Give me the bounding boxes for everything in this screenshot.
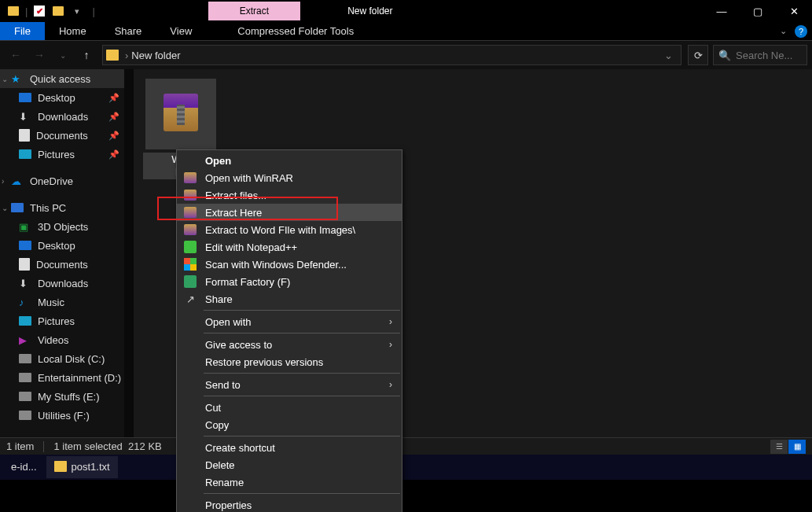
maximize-button[interactable]: ▢ — [740, 0, 776, 22]
navigation-pane[interactable]: ⌃ ⌄★Quick access Desktop📌 ⬇Downloads📌 Do… — [0, 69, 134, 437]
contextual-tab-extract[interactable]: Extract — [208, 2, 300, 20]
main-area: ⌃ ⌄★Quick access Desktop📌 ⬇Downloads📌 Do… — [0, 69, 812, 437]
address-dropdown-icon[interactable]: ⌄ — [664, 50, 673, 61]
pin-icon: 📌 — [108, 93, 119, 103]
compressed-tools-tab[interactable]: Compressed Folder Tools — [230, 22, 362, 40]
status-item-count: 1 item — [6, 440, 34, 452]
sidebar-music[interactable]: ♪Music — [0, 293, 134, 311]
details-view-button[interactable]: ☰ — [770, 440, 788, 454]
pin-icon: 📌 — [108, 131, 119, 141]
search-icon: 🔍 — [718, 50, 731, 61]
cm-share[interactable]: ↗Share — [177, 290, 402, 308]
sidebar-scrollbar[interactable] — [124, 69, 134, 437]
search-box[interactable]: 🔍 — [713, 45, 807, 65]
cm-separator — [204, 436, 400, 436]
quick-access-toolbar: | ✔ ▾ | — [0, 4, 98, 18]
minimize-button[interactable]: — — [704, 0, 740, 22]
pin-icon: 📌 — [108, 149, 119, 160]
rar-archive-icon — [164, 97, 198, 131]
file-thumbnail — [145, 79, 216, 149]
sidebar-videos[interactable]: ▶Videos — [0, 330, 134, 349]
sidebar-downloads-pc[interactable]: ⬇Downloads — [0, 274, 134, 293]
properties-icon[interactable]: ✔ — [32, 4, 46, 18]
cm-scan-defender[interactable]: Scan with Windows Defender... — [177, 256, 402, 273]
submenu-arrow-icon: › — [389, 379, 392, 390]
cm-extract-files[interactable]: Extract files... — [177, 186, 402, 204]
folder-icon — [106, 50, 119, 61]
sidebar-entertainment[interactable]: Entertainment (D:) — [0, 368, 134, 387]
forward-button[interactable]: → — [28, 44, 50, 66]
submenu-arrow-icon: › — [389, 339, 392, 350]
pin-icon: 📌 — [108, 112, 119, 122]
ribbon-expand-icon[interactable]: ⌄ — [775, 26, 792, 36]
sidebar-local-disk[interactable]: Local Disk (C:) — [0, 349, 134, 368]
cm-delete[interactable]: Delete — [177, 456, 402, 473]
cm-properties[interactable]: Properties — [177, 496, 402, 512]
qat-dropdown-icon[interactable]: ▾ — [70, 6, 84, 17]
ribbon-tabs: File Home Share View Compressed Folder T… — [0, 22, 812, 41]
thumbnails-view-button[interactable]: ▦ — [788, 440, 806, 454]
taskbar: e-id... post1.txt — [0, 455, 812, 480]
cm-edit-notepadpp[interactable]: Edit with Notepad++ — [177, 238, 402, 256]
home-tab[interactable]: Home — [45, 22, 101, 40]
folder-icon[interactable] — [6, 4, 20, 18]
refresh-button[interactable]: ⟳ — [688, 45, 708, 65]
title-bar: | ✔ ▾ | Extract New folder — ▢ ✕ — [0, 0, 812, 22]
sidebar-desktop[interactable]: Desktop📌 — [0, 88, 134, 107]
cm-extract-here[interactable]: Extract Here — [177, 204, 402, 221]
cm-rename[interactable]: Rename — [177, 473, 402, 491]
share-tab[interactable]: Share — [101, 22, 156, 40]
cm-open[interactable]: Open — [177, 152, 402, 169]
new-folder-icon[interactable] — [51, 4, 65, 18]
sidebar-downloads[interactable]: ⬇Downloads📌 — [0, 107, 134, 126]
help-icon[interactable]: ? — [795, 25, 807, 38]
cm-copy[interactable]: Copy — [177, 416, 402, 433]
taskbar-item[interactable]: post1.txt — [46, 456, 118, 478]
back-button[interactable]: ← — [5, 44, 27, 66]
sidebar-pictures-pc[interactable]: Pictures — [0, 311, 134, 330]
recent-locations-icon[interactable]: ⌄ — [52, 44, 74, 66]
cm-open-with[interactable]: Open with› — [177, 313, 402, 330]
close-button[interactable]: ✕ — [776, 0, 812, 22]
notepad-icon — [54, 461, 67, 472]
search-input[interactable] — [736, 50, 799, 61]
taskbar-item[interactable]: e-id... — [3, 456, 45, 478]
sidebar-mystuffs[interactable]: My Stuffs (E:) — [0, 387, 134, 406]
sidebar-documents[interactable]: Documents📌 — [0, 126, 134, 145]
cm-separator — [204, 396, 400, 396]
share-icon: ↗ — [183, 292, 197, 306]
status-separator — [43, 441, 44, 452]
sidebar-pictures[interactable]: Pictures📌 — [0, 145, 134, 164]
navigation-bar: ← → ⌄ ↑ › New folder ⌄ ⟳ 🔍 — [0, 41, 812, 69]
this-pc-header[interactable]: ⌄This PC — [0, 198, 134, 217]
sidebar-3d-objects[interactable]: ▣3D Objects — [0, 217, 134, 236]
context-menu: Open Open with WinRAR Extract files... E… — [176, 149, 402, 512]
cm-extract-to[interactable]: Extract to Word FIle with Images\ — [177, 221, 402, 238]
file-tab[interactable]: File — [0, 22, 45, 40]
up-button[interactable]: ↑ — [75, 44, 97, 66]
submenu-arrow-icon: › — [389, 316, 392, 327]
address-bar[interactable]: › New folder ⌄ — [102, 45, 682, 65]
quick-access-header[interactable]: ⌄★Quick access — [0, 69, 134, 88]
sidebar-utilities[interactable]: Utilities (F:) — [0, 406, 134, 425]
cm-separator — [204, 373, 400, 374]
status-bar: 1 item 1 item selected 212 KB ☰ ▦ — [0, 437, 812, 455]
breadcrumb-location[interactable]: New folder — [131, 50, 180, 61]
cm-create-shortcut[interactable]: Create shortcut — [177, 439, 402, 456]
breadcrumb-separator-icon: › — [122, 50, 131, 61]
cm-give-access[interactable]: Give access to› — [177, 336, 402, 353]
cm-separator — [204, 493, 400, 494]
cm-separator — [204, 310, 400, 311]
cm-format-factory[interactable]: Format Factory (F) — [177, 273, 402, 290]
status-selection: 1 item selected 212 KB — [53, 440, 161, 452]
cm-separator — [204, 333, 400, 333]
view-tab[interactable]: View — [156, 22, 206, 40]
window-title: New folder — [347, 6, 392, 17]
cm-cut[interactable]: Cut — [177, 399, 402, 416]
cm-send-to[interactable]: Send to› — [177, 376, 402, 393]
onedrive-header[interactable]: ›☁OneDrive — [0, 171, 134, 190]
sidebar-documents-pc[interactable]: Documents — [0, 255, 134, 274]
sidebar-desktop-pc[interactable]: Desktop — [0, 236, 134, 255]
cm-restore-versions[interactable]: Restore previous versions — [177, 353, 402, 370]
cm-open-winrar[interactable]: Open with WinRAR — [177, 169, 402, 186]
